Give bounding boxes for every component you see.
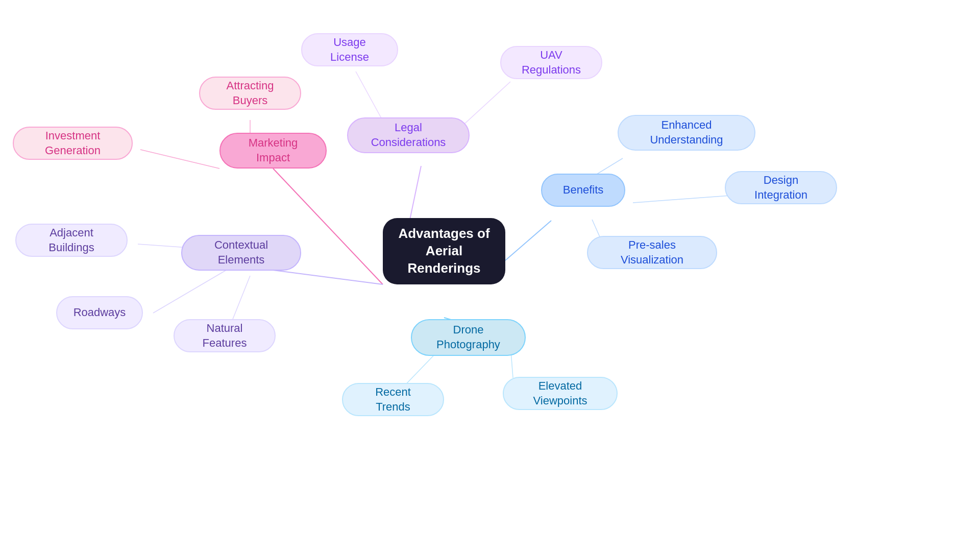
benefits-label: Benefits <box>563 183 604 198</box>
recent-trends-label: Recent Trends <box>357 385 429 414</box>
investment-generation-label: Investment Generation <box>28 129 117 158</box>
legal-considerations-label: Legal Considerations <box>362 121 454 150</box>
legal-considerations-node: Legal Considerations <box>347 117 470 153</box>
elevated-viewpoints-label: Elevated Viewpoints <box>518 379 602 408</box>
usage-license-label: Usage License <box>316 35 383 64</box>
svg-line-8 <box>633 196 730 203</box>
usage-license-node: Usage License <box>301 33 398 66</box>
design-integration-label: Design Integration <box>740 173 822 202</box>
marketing-impact-node: Marketing Impact <box>219 133 327 169</box>
svg-line-2 <box>140 150 219 169</box>
recent-trends-node: Recent Trends <box>342 383 444 416</box>
center-node: Advantages of Aerial Renderings <box>383 218 505 284</box>
adjacent-buildings-label: Adjacent Buildings <box>31 226 112 255</box>
svg-line-12 <box>153 268 230 313</box>
drone-photography-label: Drone Photography <box>426 323 510 352</box>
design-integration-node: Design Integration <box>725 171 837 204</box>
center-label: Advantages of Aerial Renderings <box>395 225 493 277</box>
attracting-buyers-label: Attracting Buyers <box>214 79 286 108</box>
svg-line-6 <box>505 221 551 260</box>
roadways-label: Roadways <box>74 305 126 320</box>
svg-line-13 <box>231 276 250 324</box>
natural-features-label: Natural Features <box>189 321 260 350</box>
contextual-elements-label: Contextual Elements <box>197 238 286 267</box>
roadways-node: Roadways <box>56 296 143 329</box>
presales-visualization-label: Pre-sales Visualization <box>602 238 702 267</box>
drone-photography-node: Drone Photography <box>411 319 526 356</box>
enhanced-understanding-label: Enhanced Understanding <box>633 118 740 147</box>
attracting-buyers-node: Attracting Buyers <box>199 77 301 110</box>
investment-generation-node: Investment Generation <box>13 127 133 160</box>
marketing-impact-label: Marketing Impact <box>235 136 311 165</box>
uav-regulations-node: UAV Regulations <box>500 46 602 79</box>
enhanced-understanding-node: Enhanced Understanding <box>618 115 755 151</box>
contextual-elements-node: Contextual Elements <box>181 235 301 271</box>
uav-regulations-label: UAV Regulations <box>516 48 587 77</box>
adjacent-buildings-node: Adjacent Buildings <box>15 224 128 257</box>
presales-visualization-node: Pre-sales Visualization <box>587 236 717 269</box>
elevated-viewpoints-node: Elevated Viewpoints <box>503 377 618 410</box>
natural-features-node: Natural Features <box>174 319 276 352</box>
benefits-node: Benefits <box>541 174 625 207</box>
